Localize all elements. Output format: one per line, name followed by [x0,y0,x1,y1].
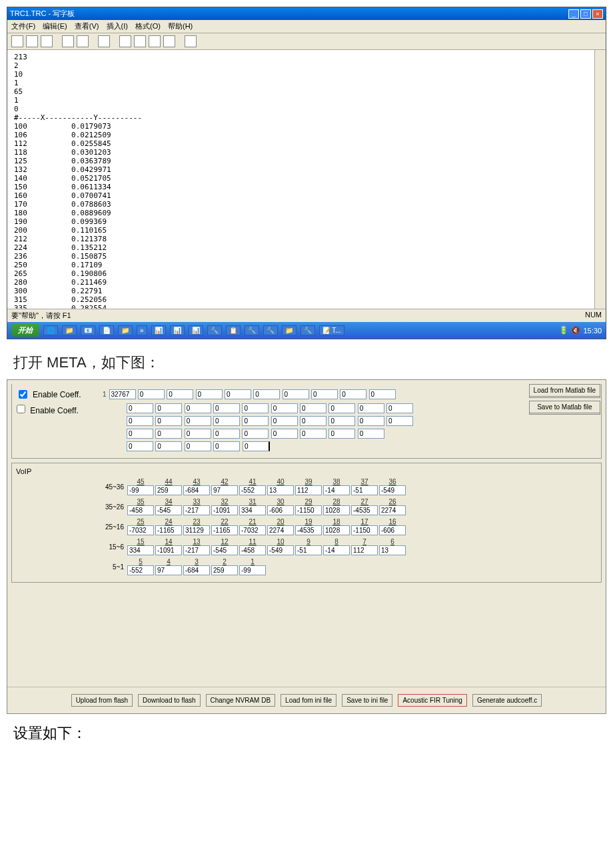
coeff-input[interactable] [155,429,182,439]
load-matlab-button-2[interactable]: Load from Matlab file [529,384,600,397]
coeff-input[interactable] [328,416,355,426]
coeff-input[interactable] [243,441,270,451]
generate-audcoeff-button[interactable]: Generate audcoeff.c [472,694,542,707]
coeff-input[interactable] [185,441,211,451]
voip-input[interactable] [127,505,154,515]
change-nvram-button[interactable]: Change NVRAM DB [206,694,276,707]
voip-input[interactable] [323,505,350,515]
load-ini-button[interactable]: Load fom ini file [281,694,336,707]
find-icon[interactable] [98,35,110,47]
system-tray[interactable]: 🔋 🔇 15:30 [559,326,602,335]
start-button[interactable]: 开始 [11,324,39,337]
voip-input[interactable] [211,505,238,515]
task-item[interactable]: 🔧 [301,325,315,335]
coeff-input[interactable] [196,389,223,399]
voip-input[interactable] [379,525,406,535]
coeff-input[interactable] [138,389,165,399]
coeff-input[interactable] [358,416,384,426]
voip-input[interactable] [211,485,238,495]
voip-input[interactable] [211,545,238,555]
coeff-input[interactable] [127,416,153,426]
voip-input[interactable] [239,525,266,535]
voip-input[interactable] [183,485,210,495]
voip-input[interactable] [323,545,350,555]
tray-icon[interactable]: 🔋 [559,326,568,335]
voip-input[interactable] [183,565,210,575]
voip-input[interactable] [183,525,210,535]
coeff-input[interactable] [328,429,355,439]
voip-input[interactable] [351,485,378,495]
voip-input[interactable] [323,485,350,495]
coeff-input[interactable] [358,429,384,439]
save-matlab-button-2[interactable]: Save to Matlab file [529,401,600,413]
task-item[interactable]: 📁 [118,325,133,335]
coeff-input[interactable] [185,429,211,439]
voip-input[interactable] [351,545,378,555]
task-item[interactable]: 📊 [189,325,203,335]
voip-input[interactable] [267,485,294,495]
coeff-input[interactable] [340,389,366,399]
coeff-input[interactable] [283,389,309,399]
task-item[interactable]: 📋 [226,325,241,335]
coeff-input[interactable] [213,429,240,439]
coeff-input[interactable] [242,429,269,439]
coeff-input[interactable] [300,403,326,413]
voip-input[interactable] [267,525,294,535]
cut-icon[interactable] [119,35,131,47]
voip-input[interactable] [239,505,266,515]
minimize-icon[interactable]: _ [568,9,579,19]
download-flash-button[interactable]: Download to flash [138,694,201,707]
voip-input[interactable] [183,545,210,555]
voip-input[interactable] [127,545,154,555]
voip-input[interactable] [267,545,294,555]
coeff-input[interactable] [242,416,269,426]
coeff-input[interactable] [127,441,153,451]
coeff-input[interactable] [185,416,211,426]
coeff-input[interactable] [311,389,338,399]
coeff-input[interactable] [127,403,153,413]
voip-input[interactable] [155,565,182,575]
task-wordpad[interactable]: 📝 T... [319,325,344,335]
close-icon[interactable]: × [592,9,603,19]
preview-icon[interactable] [77,35,89,47]
coeff-input[interactable] [328,403,355,413]
coeff-input[interactable] [225,389,251,399]
coeff-input[interactable] [271,416,298,426]
task-item[interactable]: 🔧 [263,325,278,335]
upload-flash-button[interactable]: Upload from flash [71,694,133,707]
menu-insert[interactable]: 插入(I) [107,22,128,30]
save-icon[interactable] [41,35,53,47]
menu-view[interactable]: 查看(V) [75,22,99,30]
voip-input[interactable] [379,485,406,495]
paste-icon[interactable] [149,35,161,47]
voip-input[interactable] [183,505,210,515]
coeff-input[interactable] [155,416,182,426]
coeff-input[interactable] [386,416,413,426]
coeff-input[interactable] [369,389,396,399]
task-item[interactable]: 🌐 [43,325,58,335]
coeff-input[interactable] [242,403,269,413]
new-icon[interactable] [11,35,23,47]
menubar[interactable]: 文件(F) 编辑(E) 查看(V) 插入(I) 格式(O) 帮助(H) [7,20,606,33]
menu-edit[interactable]: 编辑(E) [43,22,67,30]
enable-coeff-1-checkbox[interactable] [19,390,27,399]
menu-help[interactable]: 帮助(H) [168,22,193,30]
acoustic-fir-button[interactable]: Acoustic FIR Tuning [398,694,466,707]
voip-input[interactable] [211,565,238,575]
voip-input[interactable] [267,505,294,515]
coeff-input[interactable] [155,403,182,413]
task-item[interactable]: 📧 [81,325,95,335]
open-icon[interactable] [26,35,38,47]
task-item[interactable]: 🔧 [245,325,259,335]
coeff-input[interactable] [271,429,298,439]
coeff-input[interactable] [109,389,136,399]
copy-icon[interactable] [134,35,146,47]
voip-input[interactable] [155,525,182,535]
voip-input[interactable] [323,525,350,535]
voip-input[interactable] [155,505,182,515]
voip-input[interactable] [211,525,238,535]
coeff-input[interactable] [300,429,326,439]
voip-input[interactable] [127,525,154,535]
coeff-input[interactable] [185,403,211,413]
menu-format[interactable]: 格式(O) [135,22,161,30]
